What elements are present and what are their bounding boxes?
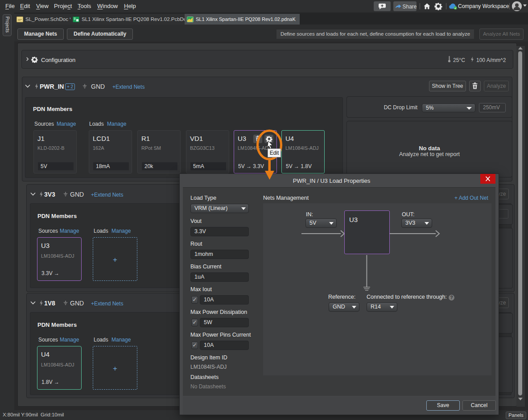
svg-text:Share: Share [403, 4, 417, 10]
